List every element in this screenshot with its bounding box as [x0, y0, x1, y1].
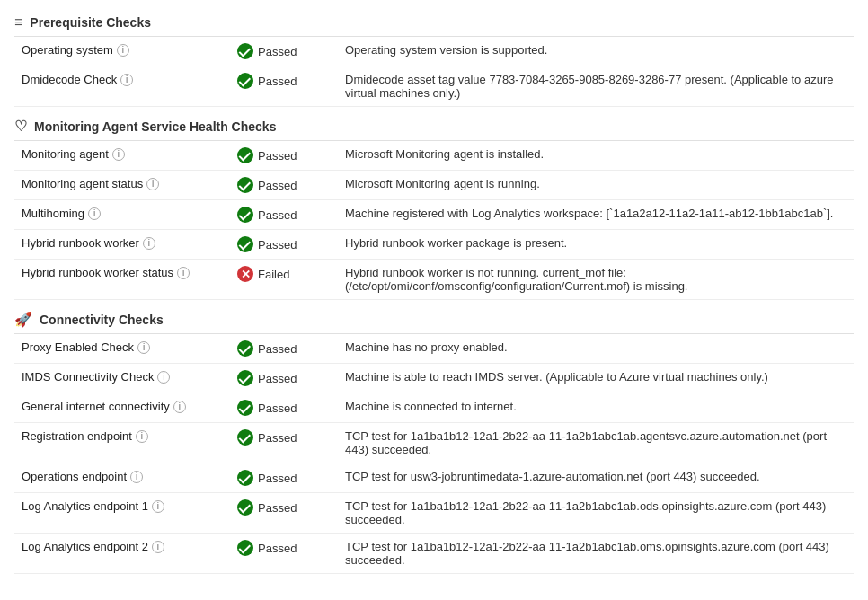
status-label: Passed — [258, 501, 297, 515]
check-name-cell: Proxy Enabled Checki — [14, 334, 230, 364]
passed-icon — [237, 429, 253, 446]
check-name-cell: Log Analytics endpoint 1i — [14, 493, 230, 534]
check-description-cell: Machine has no proxy enabled. — [338, 334, 854, 364]
check-name-label: Proxy Enabled Check — [22, 340, 134, 354]
check-name-label: Hybrid runbook worker status — [22, 266, 173, 279]
check-name-cell: General internet connectivityi — [14, 393, 230, 423]
check-description-cell: Microsoft Monitoring agent is installed. — [338, 141, 854, 171]
check-status-cell: Passed — [230, 171, 338, 200]
status-label: Passed — [258, 401, 297, 415]
table-row: Operating systemiPassedOperating system … — [14, 37, 854, 66]
check-status-cell: Passed — [230, 493, 338, 534]
info-icon[interactable]: i — [157, 371, 170, 384]
table-row: Dmidecode CheckiPassedDmidecode asset ta… — [14, 66, 854, 107]
check-name-label: Operations endpoint — [22, 470, 127, 483]
status-label: Passed — [258, 75, 297, 88]
check-description-cell: TCP test for usw3-jobruntimedata-1.azure… — [338, 463, 854, 493]
check-name-label: Hybrid runbook worker — [22, 236, 139, 250]
passed-icon — [237, 147, 253, 163]
status-label: Passed — [258, 45, 297, 58]
check-status-cell: Passed — [230, 393, 338, 423]
check-name-cell: Monitoring agent statusi — [14, 171, 230, 200]
table-row: Hybrid runbook workeriPassedHybrid runbo… — [14, 230, 854, 260]
table-row: Registration endpointiPassedTCP test for… — [14, 423, 854, 463]
info-icon[interactable]: i — [136, 430, 148, 443]
monitoring-table: Monitoring agentiPassedMicrosoft Monitor… — [14, 141, 854, 300]
info-icon[interactable]: i — [152, 500, 164, 513]
check-status-cell: Passed — [230, 141, 338, 171]
passed-icon — [237, 540, 253, 556]
info-icon[interactable]: i — [117, 44, 129, 57]
info-icon[interactable]: i — [88, 207, 101, 220]
passed-icon — [237, 470, 253, 486]
monitoring-title: Monitoring Agent Service Health Checks — [34, 119, 276, 134]
check-status-cell: Passed — [230, 534, 338, 574]
info-icon[interactable]: i — [120, 74, 133, 86]
passed-icon — [237, 177, 253, 193]
status-label: Passed — [258, 149, 297, 163]
table-row: MultihomingiPassedMachine registered wit… — [14, 200, 854, 230]
passed-icon — [237, 43, 253, 59]
status-label: Passed — [258, 542, 297, 555]
info-icon[interactable]: i — [137, 341, 150, 354]
table-row: General internet connectivityiPassedMach… — [14, 393, 854, 423]
check-name-label: Monitoring agent status — [22, 177, 143, 190]
info-icon[interactable]: i — [177, 267, 190, 279]
passed-icon — [237, 73, 253, 89]
prerequisite-table: Operating systemiPassedOperating system … — [14, 37, 854, 107]
status-label: Passed — [258, 238, 297, 251]
status-label: Passed — [258, 179, 297, 192]
table-row: Monitoring agentiPassedMicrosoft Monitor… — [14, 141, 854, 171]
section-header-monitoring: ♡Monitoring Agent Service Health Checks — [14, 110, 854, 141]
table-row: Operations endpointiPassedTCP test for u… — [14, 463, 854, 493]
check-name-cell: Operating systemi — [14, 37, 230, 66]
passed-icon — [237, 499, 253, 516]
check-name-label: Dmidecode Check — [22, 73, 117, 86]
check-status-cell: Passed — [230, 200, 338, 230]
check-description-cell: TCP test for 1a1ba1b12-12a1-2b22-aa 11-1… — [338, 534, 854, 574]
table-row: Log Analytics endpoint 1iPassedTCP test … — [14, 493, 854, 534]
info-icon[interactable]: i — [173, 401, 186, 413]
section-header-connectivity: 🚀Connectivity Checks — [14, 304, 854, 334]
connectivity-table: Proxy Enabled CheckiPassedMachine has no… — [14, 334, 854, 574]
check-status-cell: Passed — [230, 423, 338, 463]
check-status-cell: Passed — [230, 364, 338, 393]
section-header-prerequisite: ≡Prerequisite Checks — [14, 7, 854, 37]
table-row: IMDS Connectivity CheckiPassedMachine is… — [14, 364, 854, 393]
check-name-cell: IMDS Connectivity Checki — [14, 364, 230, 393]
check-description-cell: Machine is able to reach IMDS server. (A… — [338, 364, 854, 393]
check-status-cell: Passed — [230, 66, 338, 107]
table-row: Monitoring agent statusiPassedMicrosoft … — [14, 171, 854, 200]
info-icon[interactable]: i — [130, 471, 143, 483]
status-label: Passed — [258, 431, 297, 445]
prerequisite-title: Prerequisite Checks — [30, 15, 151, 30]
status-label: Passed — [258, 472, 297, 485]
info-icon[interactable]: i — [146, 178, 159, 190]
check-name-label: General internet connectivity — [22, 400, 170, 413]
info-icon[interactable]: i — [143, 237, 155, 250]
check-name-cell: Multihomingi — [14, 200, 230, 230]
check-description-cell: Hybrid runbook worker package is present… — [338, 230, 854, 260]
table-row: Proxy Enabled CheckiPassedMachine has no… — [14, 334, 854, 364]
check-name-label: IMDS Connectivity Check — [22, 370, 154, 384]
check-status-cell: Passed — [230, 334, 338, 364]
check-description-cell: Dmidecode asset tag value 7783-7084-3265… — [338, 66, 854, 107]
check-description-cell: Microsoft Monitoring agent is running. — [338, 171, 854, 200]
check-description-cell: Machine is connected to internet. — [338, 393, 854, 423]
status-label: Passed — [258, 372, 297, 385]
passed-icon — [237, 340, 253, 357]
check-name-cell: Operations endpointi — [14, 463, 230, 493]
info-icon[interactable]: i — [112, 148, 125, 161]
passed-icon — [237, 370, 253, 386]
check-name-cell: Dmidecode Checki — [14, 66, 230, 107]
monitoring-icon: ♡ — [14, 118, 27, 135]
check-description-cell: TCP test for 1a1ba1b12-12a1-2b22-aa 11-1… — [338, 493, 854, 534]
main-container: ≡Prerequisite ChecksOperating systemiPas… — [0, 0, 868, 600]
check-description-cell: TCP test for 1a1ba1b12-12a1-2b22-aa 11-1… — [338, 423, 854, 463]
check-name-label: Registration endpoint — [22, 429, 132, 443]
info-icon[interactable]: i — [152, 541, 164, 553]
check-name-label: Log Analytics endpoint 1 — [22, 499, 148, 513]
check-description-cell: Operating system version is supported. — [338, 37, 854, 66]
check-name-cell: Registration endpointi — [14, 423, 230, 463]
failed-icon: ✕ — [237, 266, 253, 282]
